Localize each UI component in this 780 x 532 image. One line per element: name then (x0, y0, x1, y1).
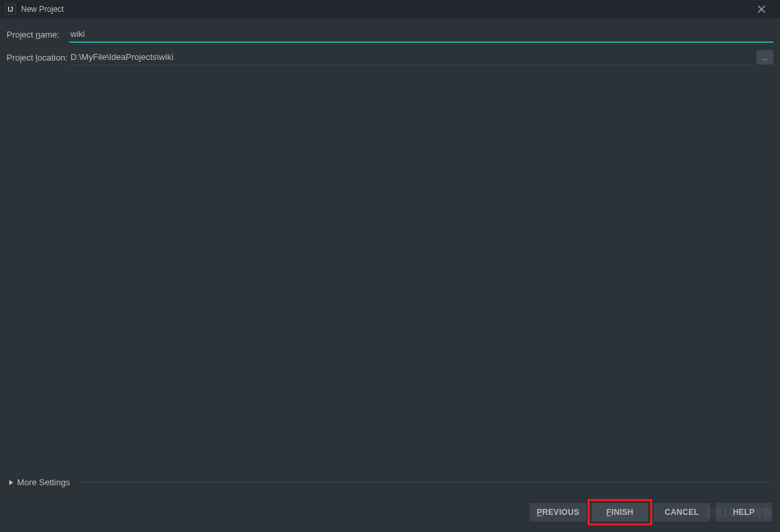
previous-button[interactable]: PREVIOUS (530, 503, 586, 521)
project-name-row: Project name: (7, 26, 773, 43)
project-name-label: Project name: (7, 30, 69, 40)
cancel-button[interactable]: CANCEL (654, 503, 710, 521)
project-location-label: Project location: (7, 53, 69, 63)
separator-line (79, 482, 771, 483)
chevron-right-icon (9, 480, 13, 485)
finish-button[interactable]: FINISH (592, 503, 648, 521)
title-bar: IJ New Project (0, 0, 780, 18)
window-title: New Project (21, 5, 64, 14)
help-button[interactable]: HELP (715, 503, 772, 521)
bottom-area: More Settings PREVIOUS FINISH CANCEL HEL… (0, 471, 780, 532)
button-bar: PREVIOUS FINISH CANCEL HELP (0, 494, 780, 532)
title-left: IJ New Project (5, 4, 64, 14)
project-location-input[interactable] (69, 49, 752, 65)
intellij-icon: IJ (5, 4, 16, 14)
project-name-input[interactable] (69, 26, 773, 43)
content-area: Project name: Project location: ... (0, 18, 780, 65)
more-settings-toggle[interactable]: More Settings (0, 471, 780, 494)
more-settings-label: More Settings (17, 477, 70, 487)
close-button[interactable] (748, 0, 775, 18)
project-location-row: Project location: ... (7, 49, 773, 65)
svg-text:IJ: IJ (8, 6, 13, 13)
browse-button[interactable]: ... (756, 50, 773, 65)
